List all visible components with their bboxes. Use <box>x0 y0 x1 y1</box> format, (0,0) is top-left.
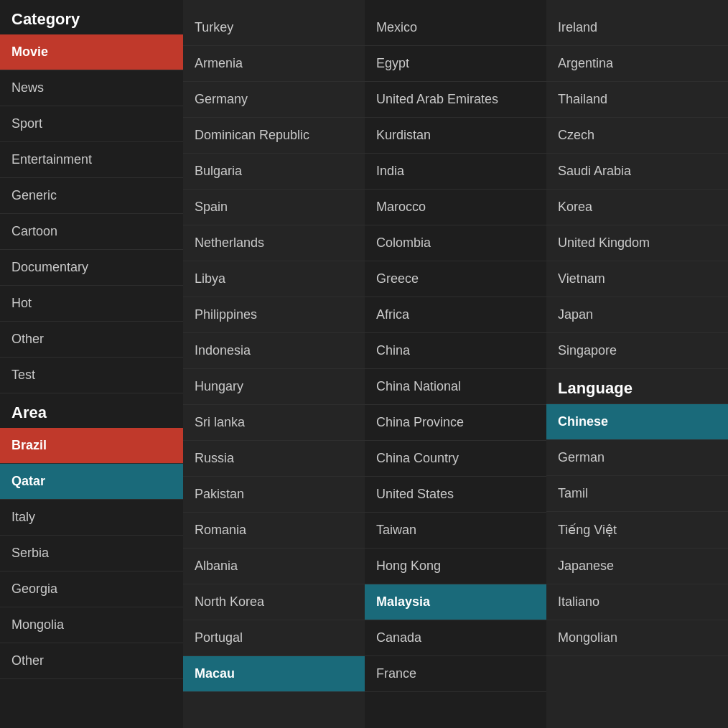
list-item[interactable]: Romania <box>183 513 365 549</box>
list-item[interactable]: Brazil <box>0 428 183 464</box>
list-item[interactable]: Qatar <box>0 464 183 500</box>
list-item[interactable]: Egypt <box>365 46 546 82</box>
list-item[interactable]: Sri lanka <box>183 405 365 441</box>
list-item[interactable]: Tiếng Việt <box>546 512 728 549</box>
list-item[interactable]: Serbia <box>0 536 183 571</box>
list-item[interactable]: Japanese <box>546 549 728 584</box>
list-item[interactable]: German <box>546 440 728 476</box>
list-item[interactable]: News <box>0 70 183 106</box>
section-header: Area <box>0 393 183 428</box>
list-item[interactable]: Italiano <box>546 584 728 620</box>
list-item[interactable]: Argentina <box>546 46 728 82</box>
list-item[interactable]: Hong Kong <box>365 549 546 584</box>
list-item[interactable]: Japan <box>546 297 728 333</box>
list-item[interactable]: Ireland <box>546 10 728 46</box>
list-item[interactable]: Netherlands <box>183 225 365 261</box>
column-1: CategoryMovieNewsSportEntertainmentGener… <box>0 0 183 728</box>
list-item[interactable]: Macau <box>183 656 365 692</box>
list-item[interactable]: Pakistan <box>183 477 365 513</box>
list-item[interactable]: Georgia <box>0 571 183 607</box>
list-item[interactable]: Hungary <box>183 369 365 405</box>
column-3: MexicoEgyptUnited Arab EmiratesKurdistan… <box>365 0 546 728</box>
list-item[interactable]: United States <box>365 477 546 513</box>
list-item[interactable]: Russia <box>183 441 365 477</box>
list-item[interactable]: Sport <box>0 106 183 142</box>
list-item[interactable]: Other <box>0 322 183 358</box>
list-item[interactable]: Entertainment <box>0 142 183 178</box>
list-item[interactable]: Armenia <box>183 46 365 82</box>
list-item[interactable]: Saudi Arabia <box>546 154 728 190</box>
list-item[interactable]: Mongolian <box>546 620 728 656</box>
list-item[interactable]: Thailand <box>546 82 728 118</box>
list-item[interactable]: Cartoon <box>0 214 183 250</box>
list-item[interactable]: Greece <box>365 261 546 297</box>
section-header: Language <box>546 369 728 404</box>
column-2: TurkeyArmeniaGermanyDominican RepublicBu… <box>183 0 365 728</box>
list-item[interactable]: Mongolia <box>0 607 183 643</box>
list-item[interactable]: United Kingdom <box>546 225 728 261</box>
list-item[interactable]: Taiwan <box>365 513 546 549</box>
list-item[interactable]: Albania <box>183 549 365 584</box>
list-item[interactable]: China Country <box>365 441 546 477</box>
list-item[interactable]: Other <box>0 643 183 679</box>
list-item[interactable]: Philippines <box>183 297 365 333</box>
list-item[interactable]: Turkey <box>183 10 365 46</box>
list-item[interactable]: Marocco <box>365 190 546 225</box>
list-item[interactable]: Germany <box>183 82 365 118</box>
list-item[interactable]: Spain <box>183 190 365 225</box>
list-item[interactable]: Documentary <box>0 250 183 286</box>
list-item[interactable]: Kurdistan <box>365 118 546 154</box>
list-item[interactable]: Czech <box>546 118 728 154</box>
list-item[interactable]: India <box>365 154 546 190</box>
list-item[interactable]: Africa <box>365 297 546 333</box>
list-item[interactable]: Hot <box>0 286 183 322</box>
list-item[interactable]: Tamil <box>546 476 728 512</box>
list-item[interactable]: Korea <box>546 190 728 225</box>
list-item[interactable]: Chinese <box>546 404 728 440</box>
list-item[interactable]: Dominican Republic <box>183 118 365 154</box>
list-item[interactable]: Generic <box>0 178 183 214</box>
list-item[interactable]: China Province <box>365 405 546 441</box>
list-item[interactable]: Movie <box>0 34 183 70</box>
list-item[interactable]: Singapore <box>546 333 728 369</box>
section-header: Category <box>0 0 183 34</box>
list-item[interactable]: France <box>365 656 546 692</box>
list-item[interactable]: Mexico <box>365 10 546 46</box>
list-item[interactable]: Portugal <box>183 620 365 656</box>
list-item[interactable]: China <box>365 333 546 369</box>
column-4: IrelandArgentinaThailandCzechSaudi Arabi… <box>546 0 728 728</box>
list-item[interactable]: Test <box>0 358 183 393</box>
list-item[interactable]: Bulgaria <box>183 154 365 190</box>
list-item[interactable]: Canada <box>365 620 546 656</box>
list-item[interactable]: Indonesia <box>183 333 365 369</box>
list-item[interactable]: Vietnam <box>546 261 728 297</box>
list-item[interactable]: Colombia <box>365 225 546 261</box>
list-item[interactable]: Italy <box>0 500 183 536</box>
list-item[interactable]: Malaysia <box>365 584 546 620</box>
list-item[interactable]: North Korea <box>183 584 365 620</box>
list-item[interactable]: China National <box>365 369 546 405</box>
list-item[interactable]: United Arab Emirates <box>365 82 546 118</box>
list-item[interactable]: Libya <box>183 261 365 297</box>
